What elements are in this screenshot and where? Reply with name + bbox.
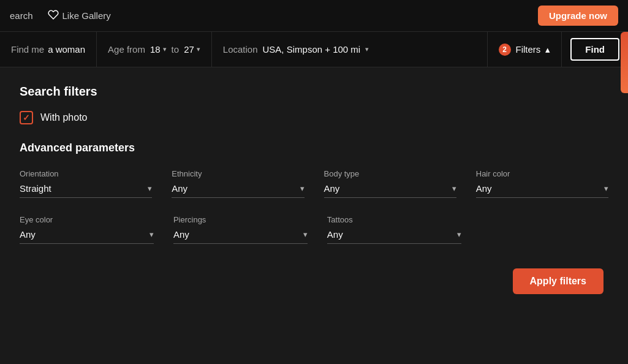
filters-top-grid: Orientation Straight ▾ Ethnicity Any ▾ B… (20, 169, 608, 198)
eye-color-label: Eye color (20, 215, 154, 224)
upgrade-button[interactable]: Upgrade now (538, 6, 618, 26)
orientation-dropdown[interactable]: Straight ▾ (20, 183, 152, 198)
search-nav-item[interactable]: earch (10, 10, 33, 21)
age-from-label: Age from (108, 44, 145, 55)
age-to-label: to (172, 44, 180, 55)
age-to-chevron-icon: ▾ (197, 45, 200, 53)
ethnicity-value: Any (172, 183, 187, 194)
apply-filters-button[interactable]: Apply filters (513, 268, 603, 294)
age-to-dropdown[interactable]: 27 ▾ (184, 44, 200, 55)
find-me-label: Find me (11, 44, 44, 55)
hair-color-dropdown[interactable]: Any ▾ (476, 183, 608, 198)
with-photo-row: ✓ With photo (20, 111, 608, 124)
main-content: Search filters ✓ With photo Advanced par… (0, 67, 628, 311)
orientation-value: Straight (20, 183, 51, 194)
tattoos-dropdown[interactable]: Any ▾ (327, 229, 461, 244)
location-label: Location (223, 44, 258, 55)
eye-color-value: Any (20, 229, 36, 240)
age-from-value: 18 (150, 44, 161, 55)
with-photo-checkbox[interactable]: ✓ (20, 111, 33, 124)
orientation-label: Orientation (20, 169, 152, 178)
age-to-value: 27 (184, 44, 194, 55)
body-type-chevron-icon: ▾ (452, 184, 456, 193)
ethnicity-label: Ethnicity (172, 169, 304, 178)
filters-label: Filters (516, 44, 541, 55)
body-type-value: Any (324, 183, 340, 194)
piercings-chevron-icon: ▾ (303, 230, 308, 239)
search-bar: Find me a woman Age from 18 ▾ to 27 ▾ Lo… (0, 32, 628, 67)
eye-color-field: Eye color Any ▾ (20, 215, 154, 244)
with-photo-label: With photo (40, 112, 87, 123)
tattoos-label: Tattoos (327, 215, 461, 224)
body-type-dropdown[interactable]: Any ▾ (324, 183, 456, 198)
tattoos-field: Tattoos Any ▾ (327, 215, 461, 244)
like-gallery-label: Like Gallery (62, 10, 111, 21)
location-chevron-icon: ▾ (365, 45, 369, 53)
find-me-value[interactable]: a woman (48, 44, 85, 55)
location-segment[interactable]: Location USA, Simpson + 100 mi ▾ (212, 32, 488, 67)
age-from-chevron-icon: ▾ (163, 45, 167, 53)
ethnicity-field: Ethnicity Any ▾ (172, 169, 304, 198)
right-accent-decoration (621, 32, 628, 93)
tattoos-value: Any (327, 229, 343, 240)
like-gallery-nav[interactable]: Like Gallery (48, 9, 111, 22)
heart-icon (48, 9, 59, 22)
checkbox-check-icon: ✓ (23, 113, 30, 123)
ethnicity-dropdown[interactable]: Any ▾ (172, 183, 304, 198)
hair-color-chevron-icon: ▾ (604, 184, 608, 193)
find-me-segment[interactable]: Find me a woman (0, 32, 97, 67)
section-title: Search filters (20, 85, 608, 99)
advanced-parameters-title: Advanced parameters (20, 142, 608, 154)
hair-color-field: Hair color Any ▾ (476, 169, 608, 198)
piercings-field: Piercings Any ▾ (173, 215, 308, 244)
top-navigation: earch Like Gallery Upgrade now (0, 0, 628, 32)
apply-btn-row: Apply filters (20, 268, 608, 294)
body-type-label: Body type (324, 169, 456, 178)
age-from-dropdown[interactable]: 18 ▾ (150, 44, 167, 55)
filters-chevron-icon: ▴ (545, 44, 550, 55)
body-type-field: Body type Any ▾ (324, 169, 456, 198)
eye-color-dropdown[interactable]: Any ▾ (20, 229, 154, 244)
piercings-label: Piercings (173, 215, 308, 224)
ethnicity-chevron-icon: ▾ (300, 184, 305, 193)
age-segment: Age from 18 ▾ to 27 ▾ (97, 32, 212, 67)
location-value: USA, Simpson + 100 mi (263, 44, 361, 55)
find-button[interactable]: Find (570, 38, 619, 61)
eye-color-chevron-icon: ▾ (149, 230, 154, 239)
hair-color-label: Hair color (476, 169, 608, 178)
filters-bottom-grid: Eye color Any ▾ Piercings Any ▾ Tattoos … (20, 215, 461, 244)
filters-badge: 2 (499, 44, 511, 56)
tattoos-chevron-icon: ▾ (457, 230, 461, 239)
hair-color-value: Any (476, 183, 492, 194)
orientation-chevron-icon: ▾ (148, 184, 152, 193)
filters-segment[interactable]: 2 Filters ▴ (488, 32, 562, 67)
piercings-value: Any (173, 229, 189, 240)
piercings-dropdown[interactable]: Any ▾ (173, 229, 308, 244)
orientation-field: Orientation Straight ▾ (20, 169, 152, 198)
